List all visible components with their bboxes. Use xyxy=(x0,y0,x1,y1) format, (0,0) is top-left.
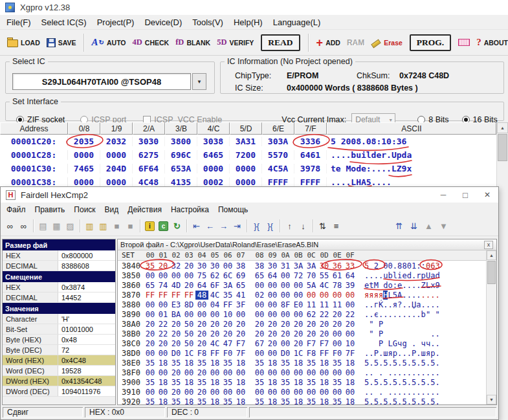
ascii-char[interactable]: . xyxy=(402,349,406,358)
row-ascii[interactable]: 5 2 00.8801::063 xyxy=(364,261,440,271)
hex-byte[interactable]: 31 xyxy=(279,261,292,271)
ascii-char[interactable]: 8 xyxy=(397,261,402,271)
ascii-char[interactable]: l xyxy=(393,271,397,280)
hex-byte[interactable]: 38 xyxy=(234,261,247,271)
hex-byte[interactable]: 20 xyxy=(234,329,247,338)
hex-byte[interactable]: 00 xyxy=(221,261,234,271)
hex-byte[interactable]: 00 xyxy=(344,329,357,338)
erase-button[interactable]: Erase xyxy=(368,36,406,49)
ascii-char[interactable]: . xyxy=(369,397,373,405)
hex-byte[interactable]: F7 xyxy=(305,339,318,348)
ascii-char[interactable] xyxy=(416,320,421,329)
ascii-char[interactable] xyxy=(421,320,426,329)
ascii-char[interactable]: . xyxy=(407,310,412,319)
ascii-char[interactable]: . xyxy=(393,388,397,397)
hexcmp-menu-1[interactable]: Править xyxy=(30,204,70,216)
ascii-char[interactable]: Џ xyxy=(412,300,416,309)
hex-byte[interactable]: 18 xyxy=(318,359,331,368)
ascii-char[interactable]: . xyxy=(407,281,412,290)
ascii-char[interactable]: . xyxy=(416,378,421,387)
hex-byte[interactable]: 00 xyxy=(208,368,221,377)
ascii-char[interactable]: 5 xyxy=(374,378,379,387)
hex-byte[interactable]: 50 xyxy=(182,329,195,338)
open-second-icon[interactable]: ▨ xyxy=(63,219,77,232)
xgpro-menu-help-h[interactable]: Help(H) xyxy=(228,16,268,28)
hex-byte[interactable]: 00 xyxy=(157,349,170,358)
hex-word[interactable]: 3800 xyxy=(165,137,197,146)
hex-word[interactable]: 3978 xyxy=(294,164,327,173)
swap-icon[interactable]: ⇅ xyxy=(316,219,329,232)
check-button[interactable]: 4DCHECK xyxy=(129,36,173,49)
ascii-char[interactable]: 5 xyxy=(402,359,406,368)
scroll-down-button[interactable] xyxy=(487,395,496,404)
scrollbar-thumb[interactable] xyxy=(487,261,496,284)
ascii-char[interactable]: . xyxy=(388,310,392,319)
load-button[interactable]: LOAD xyxy=(4,36,43,49)
hex-byte[interactable]: 20 xyxy=(170,388,182,397)
hex-byte[interactable]: 38 xyxy=(253,261,266,271)
ascii-char[interactable]: 5 xyxy=(393,291,397,300)
hex-byte[interactable]: 00 xyxy=(253,281,266,290)
row-ascii[interactable]: " P xyxy=(364,320,440,329)
ascii-char[interactable]: . xyxy=(407,349,412,358)
row-ascii[interactable]: te Mode:....LZ9x xyxy=(327,164,496,173)
ascii-char[interactable]: . xyxy=(402,281,406,290)
hex-byte[interactable]: 11 xyxy=(331,300,344,309)
hex-byte[interactable]: 20 xyxy=(234,320,247,329)
hex-byte[interactable]: 20 xyxy=(253,320,266,329)
hex-byte[interactable]: 74 xyxy=(157,281,170,290)
hex-word[interactable]: 0000 xyxy=(230,177,262,187)
row-ascii[interactable]: 5.5.5.5.5.5.5.5. xyxy=(364,359,440,368)
ascii-char[interactable]: . xyxy=(397,310,402,319)
compare-again-icon[interactable]: ▥ xyxy=(96,219,110,232)
verify-button[interactable]: 5DVERIFY xyxy=(214,36,257,49)
ascii-char[interactable]: 5 xyxy=(364,397,369,405)
hex-byte[interactable]: 00 xyxy=(305,388,318,397)
hex-byte[interactable]: 18 xyxy=(234,359,247,368)
hex-word[interactable]: 0002 xyxy=(197,177,230,187)
ascii-char[interactable]: . xyxy=(379,349,383,358)
find-icon[interactable]: ∞ xyxy=(3,219,17,232)
hex-byte[interactable]: 00 xyxy=(234,368,247,377)
hex-byte[interactable]: 01 xyxy=(157,310,170,319)
ascii-char[interactable] xyxy=(383,329,388,338)
hex-word[interactable]: 2035 xyxy=(68,137,100,146)
hex-word[interactable]: 0000 xyxy=(68,177,100,187)
hex-byte[interactable]: 00 xyxy=(266,349,279,358)
ascii-char[interactable]: . xyxy=(369,388,373,397)
ascii-char[interactable]: я xyxy=(388,349,392,358)
prog-button[interactable]: PROG. xyxy=(410,34,451,51)
hex-byte[interactable]: 20 xyxy=(195,320,208,329)
hex-word[interactable]: 2032 xyxy=(100,137,133,146)
scrollbar-thumb[interactable] xyxy=(498,134,507,161)
ascii-char[interactable]: а xyxy=(416,300,421,309)
ascii-char[interactable]: . xyxy=(435,368,439,377)
hex-byte[interactable]: 35 xyxy=(279,397,292,405)
hex-byte[interactable]: 00 xyxy=(344,300,357,309)
hex-word[interactable]: 204D xyxy=(100,164,133,173)
row-ascii[interactable]: 5.5.5.5.5.5.5.5. xyxy=(364,397,440,405)
close-button[interactable] xyxy=(476,190,498,199)
row-ascii[interactable]: ....LHA5.... xyxy=(327,177,496,187)
hex-byte[interactable]: 4C xyxy=(208,339,221,348)
hex-byte[interactable]: 4C xyxy=(208,291,221,300)
sync-up-icon[interactable]: ⇈ xyxy=(392,219,406,232)
ascii-char[interactable]: . xyxy=(416,359,421,368)
hex-byte[interactable]: 00 xyxy=(144,388,157,397)
ascii-char[interactable]: P xyxy=(379,339,383,348)
hex-byte[interactable]: 18 xyxy=(208,378,221,387)
hex-byte[interactable]: 20 xyxy=(221,320,234,329)
hex-byte[interactable]: 20 xyxy=(195,329,208,338)
row-ascii[interactable]: ..гЌ..я?..Џа.... xyxy=(364,300,440,309)
hex-byte[interactable]: 00 xyxy=(144,310,157,319)
ascii-char[interactable]: 2 xyxy=(374,261,379,271)
hex-byte[interactable]: 00 xyxy=(157,271,170,280)
ascii-char[interactable]: . xyxy=(421,388,426,397)
ascii-char[interactable]: . xyxy=(412,310,416,319)
hex-byte[interactable]: FF xyxy=(208,349,221,358)
goto-bottom-icon[interactable]: ↓ xyxy=(296,219,310,232)
hex-byte[interactable]: 35 xyxy=(195,359,208,368)
hexcmp-menu-3[interactable]: Вид xyxy=(100,204,124,216)
ascii-char[interactable]: . xyxy=(426,388,430,397)
hex-byte[interactable]: 02 xyxy=(253,291,266,300)
